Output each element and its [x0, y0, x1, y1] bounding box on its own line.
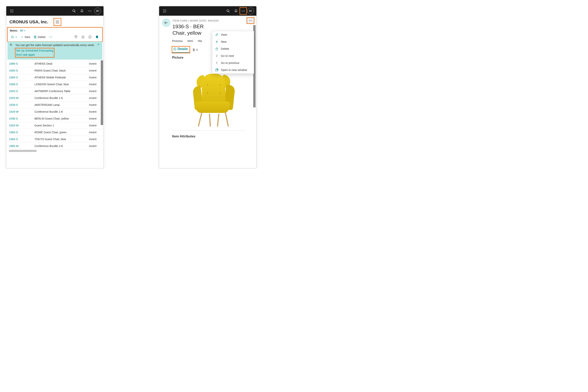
item-inv: Invent — [89, 124, 101, 127]
table-row[interactable]: 1906-SATHENS Mobile PedestalInvent — [6, 74, 104, 81]
item-desc: TOKYO Guest Chair, blue — [34, 138, 89, 141]
item-inv: Invent — [89, 131, 101, 134]
item-desc: Conference Bundle 1-6 — [34, 96, 89, 100]
menu-delete[interactable]: Delete — [212, 45, 254, 52]
top-bar: BC — [6, 6, 104, 16]
item-no[interactable]: 1965-W — [9, 144, 34, 148]
svg-point-40 — [163, 10, 164, 10]
svg-line-10 — [75, 12, 76, 12]
item-desc: Guest Section 1 — [34, 124, 89, 127]
table-row[interactable]: 1960-SROME Guest Chair, greenInvent — [6, 129, 104, 136]
back-button[interactable] — [162, 18, 170, 27]
svg-point-2 — [13, 10, 13, 10]
svg-point-51 — [242, 11, 242, 11]
search-action[interactable] — [10, 35, 18, 40]
vertical-scrollbar[interactable] — [101, 60, 103, 125]
close-icon[interactable] — [10, 44, 12, 46]
menu-go-next[interactable]: Go to next — [212, 52, 254, 60]
table-row[interactable]: 1896-SATHENS DeskInvent — [6, 60, 104, 67]
tab-history[interactable]: His — [198, 39, 202, 44]
item-no[interactable]: 1953-W — [9, 124, 34, 127]
avatar[interactable]: BC — [247, 8, 254, 14]
menu-go-previous[interactable]: Go to previous — [212, 60, 254, 66]
item-inv: Invent — [89, 96, 101, 100]
notif-link-dismiss[interactable]: Don't ask again — [16, 53, 53, 57]
topbar-more-button[interactable] — [240, 8, 246, 14]
bookmark-icon[interactable] — [94, 36, 100, 38]
top-bar: BC — [159, 6, 256, 16]
menu-new[interactable]: New — [212, 38, 254, 45]
item-inv: Invent — [89, 110, 101, 113]
table-row[interactable]: 1908-SLONDON Swivel Chair, blueInvent — [6, 81, 104, 88]
more-icon[interactable] — [86, 7, 94, 15]
search-icon[interactable] — [224, 7, 232, 15]
bell-icon[interactable] — [232, 7, 240, 15]
company-row: CRONUS USA, Inc. — [6, 16, 104, 28]
item-no[interactable]: 1928-S — [9, 103, 34, 106]
svg-point-4 — [12, 11, 12, 11]
item-no[interactable]: 1908-S — [9, 83, 34, 86]
table-row[interactable]: 1928-SAMSTERDAM LampInvent — [6, 102, 104, 108]
menu-open-window[interactable]: Open in new window — [212, 66, 254, 74]
menu-view[interactable]: View — [212, 31, 254, 38]
svg-point-46 — [163, 12, 164, 12]
notif-link-setup[interactable]: Set Up Scheduled Forecasting — [16, 48, 53, 53]
app-launcher-icon[interactable] — [8, 7, 16, 15]
item-no[interactable]: 1920-S — [9, 90, 34, 93]
notification-text: You can get the sales forecast updated a… — [15, 44, 100, 47]
item-no[interactable]: 1936-S — [9, 117, 34, 120]
svg-rect-19 — [34, 36, 36, 38]
item-no[interactable]: 1906-S — [9, 76, 34, 79]
item-no[interactable]: 1960-S — [9, 131, 34, 134]
app-launcher-icon[interactable] — [161, 7, 168, 15]
svg-point-33 — [82, 37, 82, 37]
svg-point-34 — [82, 38, 82, 38]
svg-point-52 — [243, 11, 244, 11]
delete-button[interactable]: Delete — [32, 35, 47, 40]
item-no[interactable]: 1964-S — [9, 138, 34, 141]
item-desc: PARIS Guest Chair, black — [34, 69, 89, 72]
divider — [51, 20, 51, 24]
new-button[interactable]: ＋New — [20, 34, 31, 40]
table-row[interactable]: 1925-WConference Bundle 1-6Invent — [6, 95, 104, 102]
horizontal-scrollbar[interactable] — [9, 150, 36, 152]
card-more-button[interactable] — [247, 18, 254, 24]
info-icon[interactable] — [87, 36, 93, 38]
table-row[interactable]: 1920-SANTWERP Conference TableInvent — [6, 88, 104, 95]
item-no[interactable]: 1900-S — [9, 69, 34, 72]
tab-process[interactable]: Process — [172, 39, 183, 44]
table-row[interactable]: 1929-WConference Bundle 1-8Invent — [6, 108, 104, 115]
item-no[interactable]: 1929-W — [9, 110, 34, 113]
item-desc: Conference Bundle 1-8 — [34, 110, 89, 113]
item-inv: Invent — [89, 117, 101, 120]
table-row[interactable]: 1936-SBERLIN Guest Chair, yellowInvent — [6, 115, 104, 122]
svg-point-56 — [250, 20, 251, 21]
svg-point-44 — [164, 11, 165, 11]
search-icon[interactable] — [70, 7, 78, 15]
more-actions-icon[interactable] — [48, 36, 54, 38]
filter-icon[interactable] — [73, 36, 79, 38]
hamburger-button[interactable] — [54, 18, 61, 26]
table-row[interactable]: 1965-WConference Bundle 2-8Invent — [6, 143, 104, 150]
table-row[interactable]: 1964-STOKYO Guest Chair, blueInvent — [6, 136, 104, 143]
context-menu: View New Delete Go to next Go to previou… — [212, 31, 254, 74]
svg-point-53 — [244, 11, 245, 11]
svg-point-45 — [166, 11, 166, 11]
items-label: Items: — [10, 29, 18, 32]
svg-point-41 — [164, 10, 165, 10]
avatar[interactable]: BC — [94, 8, 101, 14]
item-no[interactable]: 1896-S — [9, 62, 34, 65]
bell-icon[interactable] — [78, 7, 86, 15]
svg-point-12 — [90, 11, 90, 11]
tab-item[interactable]: Item — [188, 39, 193, 44]
item-inv: Invent — [89, 103, 101, 106]
table-row[interactable]: 1953-WGuest Section 1Invent — [6, 122, 104, 129]
item-no[interactable]: 1925-W — [9, 96, 34, 100]
items-filter-dropdown[interactable]: All — [20, 29, 26, 32]
list-view-icon[interactable] — [80, 36, 86, 38]
table-row[interactable]: 1900-SPARIS Guest Chair, blackInvent — [6, 67, 104, 74]
attachments-tab[interactable]: A — [192, 48, 198, 51]
item-inv: Invent — [89, 62, 101, 65]
collapse-icon[interactable] — [97, 44, 100, 45]
details-tab[interactable]: Details — [172, 46, 190, 53]
